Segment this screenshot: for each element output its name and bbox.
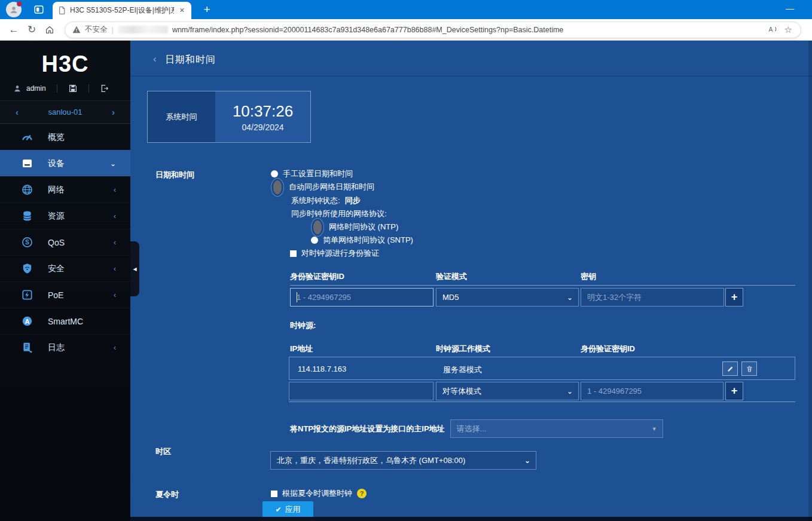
device-selector: ‹ sanlou-01 › [0, 101, 130, 124]
shield-icon [20, 262, 33, 275]
sidebar-item-QoS[interactable]: SQoS‹ [0, 229, 130, 255]
clock-sources-header: IP地址 时钟源工作模式 身份验证密钥ID [290, 344, 795, 353]
home-button[interactable] [41, 22, 59, 38]
page-icon [58, 6, 66, 15]
auth-clock-source-checkbox[interactable]: 对时钟源进行身份验证 [290, 248, 379, 259]
gauge-icon [20, 131, 33, 144]
favorite-star-icon[interactable]: ☆ [784, 24, 792, 35]
sntp-option[interactable]: 简单网络时间协议 (SNTP) [311, 235, 413, 246]
checkbox-icon[interactable] [271, 491, 277, 497]
ntp-source-ip-label: 将NTP报文的源IP地址设置为接口的主IP地址 [290, 424, 445, 434]
browser-tab[interactable]: H3C S5130S-52P-EI|设备|维护|系 ✕ [53, 2, 191, 19]
url-bar[interactable]: 不安全 | wnm/frame/index.php?sessionid=2000… [65, 22, 801, 38]
clock-source-mode: 服务器模式 [443, 364, 482, 375]
new-source-ip-input[interactable] [289, 382, 434, 400]
radio-selected-icon[interactable] [311, 218, 324, 237]
clock-status-line: 系统时钟状态: 同步 [291, 195, 361, 206]
delete-button[interactable] [741, 361, 757, 376]
back-chevron-icon[interactable]: ‹ [153, 53, 157, 65]
radio-selected-icon[interactable] [271, 178, 284, 197]
dropdown-arrow-icon: ▼ [652, 426, 657, 432]
sidebar-item-概览[interactable]: 概览 [0, 124, 130, 150]
auth-mode-select[interactable]: MD5 ⌄ [436, 288, 579, 307]
next-device-icon[interactable]: › [112, 107, 115, 117]
radio-unselected-icon[interactable] [271, 170, 278, 177]
svg-text:S: S [25, 238, 29, 246]
new-source-mode-select[interactable]: 对等体模式 ⌄ [436, 382, 579, 400]
device-name[interactable]: sanlou-01 [48, 108, 82, 117]
sidebar-item-资源[interactable]: 资源‹ [0, 203, 130, 229]
sidebar-collapse-handle[interactable]: ◀ [130, 241, 139, 296]
sidebar-item-日志[interactable]: 日志‹ [0, 334, 130, 360]
edit-button[interactable] [722, 361, 738, 376]
chevron-left-icon: ‹ [114, 238, 116, 247]
chevron-down-icon: ⌄ [110, 160, 116, 168]
chevron-left-icon: ‹ [114, 291, 116, 299]
chevron-left-icon: ‹ [114, 265, 116, 273]
add-clock-source-button[interactable]: + [725, 382, 743, 400]
help-icon[interactable]: ? [357, 489, 367, 498]
nav-menu: 概览设备⌄网络‹资源‹SQoS‹安全‹PoE‹ASmartMC日志‹ [0, 124, 130, 360]
read-aloud-icon[interactable]: A [768, 25, 779, 34]
browser-titlebar: H3C S5130S-52P-EI|设备|维护|系 ✕ + — [0, 0, 812, 19]
chevron-down-icon: ⌄ [567, 387, 573, 396]
system-date-value: 04/29/2024 [242, 122, 283, 132]
scrollbar-track[interactable] [808, 41, 812, 521]
ntp-interface-select[interactable]: 请选择... ▼ [450, 419, 663, 438]
sidebar-item-label: PoE [48, 290, 63, 300]
page-bottom-strip [130, 517, 812, 521]
datetime-section-label: 日期和时间 [155, 170, 194, 180]
poe-icon [20, 289, 33, 302]
manual-datetime-option[interactable]: 手工设置日期和时间 [271, 168, 353, 179]
workspaces-icon[interactable] [33, 4, 44, 17]
prev-device-icon[interactable]: ‹ [16, 107, 19, 117]
page-header: ‹ 日期和时间 [130, 41, 812, 76]
ntp-option[interactable]: 网络时间协议 (NTP) [311, 222, 398, 232]
h3c-logo: H3C [0, 41, 130, 78]
chevron-down-icon: ⌄ [524, 456, 530, 465]
add-auth-key-button[interactable]: + [725, 288, 743, 307]
chevron-left-icon: ‹ [114, 186, 116, 194]
new-source-key-input[interactable] [581, 382, 724, 400]
clock-source-new-row: 对等体模式 ⌄ + [289, 380, 795, 402]
clock-sources-label: 时钟源: [290, 320, 316, 331]
save-icon[interactable] [68, 84, 78, 93]
radio-unselected-icon[interactable] [311, 237, 318, 244]
chevron-left-icon: ‹ [114, 344, 116, 352]
person-icon [9, 5, 19, 14]
dst-checkbox-row[interactable]: 根据夏令时调整时钟 ? [271, 488, 367, 499]
window-minimize-button[interactable]: — [786, 4, 794, 13]
apply-button[interactable]: ✔ 应用 [262, 501, 313, 517]
svg-text:A: A [768, 26, 773, 33]
auth-key-input[interactable] [581, 288, 724, 307]
auth-table-row: MD5 ⌄ + [290, 288, 795, 307]
smartmc-icon: A [20, 315, 33, 328]
refresh-button[interactable]: ↻ [23, 22, 41, 38]
back-button[interactable]: ← [5, 22, 23, 38]
auto-sync-option[interactable]: 自动同步网络日期和时间 [271, 182, 374, 192]
warning-icon [72, 26, 81, 33]
tab-close-icon[interactable]: ✕ [178, 7, 186, 14]
sidebar-item-label: 资源 [48, 211, 65, 222]
system-time-value: 10:37:26 [233, 102, 293, 121]
divider [88, 84, 89, 93]
sidebar: H3C admin ‹ sanlou-01 › 概览设备⌄网络‹资源‹SQoS‹… [0, 41, 130, 521]
clock-status-value: 同步 [345, 195, 361, 206]
clock-source-row: 114.118.7.163 服务器模式 [289, 357, 795, 380]
logout-icon[interactable] [100, 84, 109, 93]
sidebar-item-SmartMC[interactable]: ASmartMC [0, 308, 130, 334]
notification-dot [17, 1, 22, 7]
profile-avatar[interactable] [6, 2, 22, 17]
auth-key-id-input[interactable] [290, 288, 434, 307]
sidebar-item-label: 网络 [48, 185, 65, 195]
sidebar-item-PoE[interactable]: PoE‹ [0, 281, 130, 308]
timezone-label: 时区 [155, 446, 171, 457]
main-content: ‹ 日期和时间 系统时间 10:37:26 04/29/2024 日期和时间 手… [130, 41, 812, 521]
new-tab-button[interactable]: + [200, 2, 214, 17]
sidebar-item-设备[interactable]: 设备⌄ [0, 150, 130, 176]
timezone-select[interactable]: 北京，重庆，香港特别行政区，乌鲁木齐 (GMT+08:00) ⌄ [270, 451, 536, 470]
checkbox-icon[interactable] [290, 250, 297, 257]
sidebar-item-安全[interactable]: 安全‹ [0, 255, 130, 281]
chevron-left-icon: ◀ [133, 266, 136, 272]
sidebar-item-网络[interactable]: 网络‹ [0, 176, 130, 203]
